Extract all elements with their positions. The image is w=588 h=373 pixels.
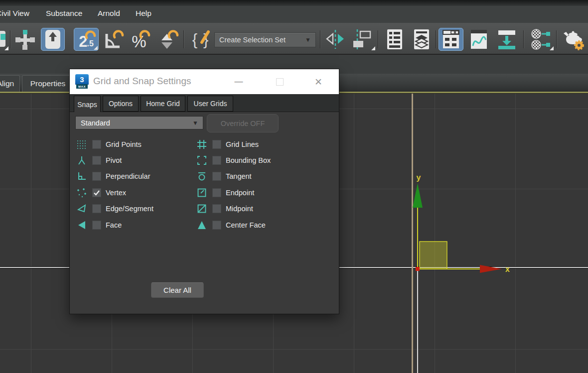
gizmo-origin-dot (416, 267, 420, 271)
tab-user-grids[interactable]: User Grids (187, 96, 233, 112)
pencil-icon (196, 29, 211, 47)
menu-civil-view[interactable]: Civil View (0, 9, 29, 18)
percent-snap-button[interactable]: % (127, 28, 151, 51)
magnet-hook-icon (139, 29, 151, 41)
menu-bar-top-strip (0, 0, 588, 6)
create-selection-set-value: Create Selection Set (215, 36, 305, 44)
panel-tab-align-label: Align (0, 79, 14, 88)
gizmo-y-arrowhead[interactable] (413, 183, 423, 208)
dropdown-caret-icon[interactable]: ▼ (192, 120, 203, 126)
select-place-icon (43, 28, 63, 50)
bounding-box-checkbox[interactable] (212, 156, 221, 165)
snap-item: Endpoint (195, 185, 335, 200)
grid-line (0, 349, 588, 350)
close-button[interactable]: ✕ (309, 69, 328, 94)
menu-substance[interactable]: Substance (46, 9, 82, 18)
mirror-button[interactable] (324, 28, 347, 51)
menu-arnold[interactable]: Arnold (98, 9, 120, 18)
dropdown-caret-icon[interactable]: ▼ (305, 36, 315, 43)
panel-tab-align[interactable]: Align (0, 75, 20, 92)
partial-toolbar-icon[interactable] (0, 28, 9, 51)
toolbar-divider (183, 30, 184, 48)
logo-sub: MAX (76, 84, 88, 89)
magnet-hook-icon (167, 29, 179, 41)
align-button[interactable] (349, 28, 376, 51)
gizmo-x-arrowhead[interactable] (480, 265, 502, 273)
midpoint-checkbox[interactable] (212, 204, 221, 213)
render-teapot-icon (561, 27, 586, 51)
snap-item: Center Face (195, 218, 335, 233)
snap-item-label: Center Face (226, 221, 266, 229)
create-selection-set-dropdown[interactable]: Create Selection Set ▼ (214, 32, 316, 47)
face-checkbox[interactable] (92, 221, 101, 230)
perpendicular-icon (75, 171, 88, 182)
vertex-checkbox[interactable] (92, 188, 101, 197)
tab-options[interactable]: Options (103, 96, 139, 112)
snap-item: Grid Lines (195, 137, 335, 152)
tab-options-label: Options (109, 100, 133, 108)
angle-snap-button[interactable] (101, 28, 125, 51)
3dsmax-window: Civil View Substance Arnold Help (0, 0, 588, 373)
snaps-toggle-button[interactable]: 2 .5 (74, 28, 99, 51)
3dsmax-logo: 3 MAX (75, 74, 89, 89)
scene-explorer-button[interactable] (384, 28, 406, 51)
schematic-view-icon (496, 28, 518, 51)
override-off-button[interactable]: Override OFF (207, 114, 279, 132)
maximize-button[interactable] (271, 69, 288, 94)
grid-lines-checkbox[interactable] (212, 140, 221, 149)
checkmark-icon (93, 189, 101, 197)
menu-help[interactable]: Help (136, 9, 151, 18)
render-setup-button[interactable] (560, 28, 587, 51)
pivot-icon (75, 155, 88, 166)
tab-home-grid[interactable]: Home Grid (141, 96, 185, 112)
snap-item-label: Pivot (106, 156, 122, 164)
select-and-place-button[interactable] (41, 28, 65, 51)
grid-points-checkbox[interactable] (92, 140, 101, 149)
minimize-icon: — (235, 77, 243, 87)
tab-snaps[interactable]: Snaps (74, 96, 101, 113)
dialog-titlebar[interactable]: 3 MAX Grid and Snap Settings — ✕ (70, 69, 339, 94)
snap-item: Vertex (75, 185, 192, 200)
spinner-snap-button[interactable] (154, 28, 179, 51)
grid-and-snap-settings-dialog: 3 MAX Grid and Snap Settings — ✕ Snaps O… (69, 69, 339, 314)
dialog-tab-strip: Snaps Options Home Grid User Grids (70, 94, 339, 112)
snap-item: Perpendicular (75, 169, 192, 184)
clear-all-button[interactable]: Clear All (151, 282, 204, 298)
snap-item-label: Vertex (106, 189, 126, 197)
endpoint-checkbox[interactable] (212, 188, 221, 197)
snap-item-label: Bounding Box (226, 156, 271, 164)
magnet-hook-icon (113, 29, 125, 41)
schematic-view-button[interactable] (494, 28, 519, 51)
tab-home-grid-label: Home Grid (146, 100, 180, 108)
snap-row: Perpendicular Tangent (70, 169, 339, 184)
pivot-checkbox[interactable] (92, 156, 101, 165)
snap-item: Tangent (195, 169, 335, 184)
layer-explorer-button[interactable] (411, 28, 433, 51)
panel-tab-properties[interactable]: Properties (22, 75, 74, 92)
transform-gizmo[interactable]: y x (379, 168, 523, 275)
gizmo-xy-plane-handle[interactable] (420, 242, 447, 269)
snap-item: Bounding Box (195, 153, 335, 168)
tab-user-grids-label: User Grids (194, 100, 227, 108)
perpendicular-checkbox[interactable] (92, 172, 101, 181)
y-axis-label: y (417, 173, 421, 182)
minimize-button[interactable]: — (230, 69, 247, 94)
curve-editor-button[interactable] (467, 28, 490, 51)
edit-named-selection-sets-button[interactable]: { } (187, 28, 213, 51)
align-icon (350, 28, 374, 51)
tangent-checkbox[interactable] (212, 172, 221, 181)
logo-number: 3 (75, 74, 89, 85)
edge-segment-checkbox[interactable] (92, 204, 101, 213)
override-off-label: Override OFF (221, 120, 265, 127)
close-icon: ✕ (314, 76, 322, 88)
select-and-manipulate-button[interactable] (13, 28, 36, 51)
endpoint-icon (195, 187, 208, 198)
center-face-checkbox[interactable] (212, 221, 221, 230)
snap-item-label: Endpoint (226, 189, 254, 197)
snap-preset-dropdown[interactable]: Standard ▼ (75, 116, 203, 129)
snap-row: Vertex Endpoint (70, 185, 339, 200)
world-y-axis-highlight (417, 269, 418, 373)
toggle-ribbon-button[interactable] (439, 28, 463, 51)
material-editor-button[interactable] (528, 28, 554, 51)
layer-explorer-icon (412, 28, 432, 51)
